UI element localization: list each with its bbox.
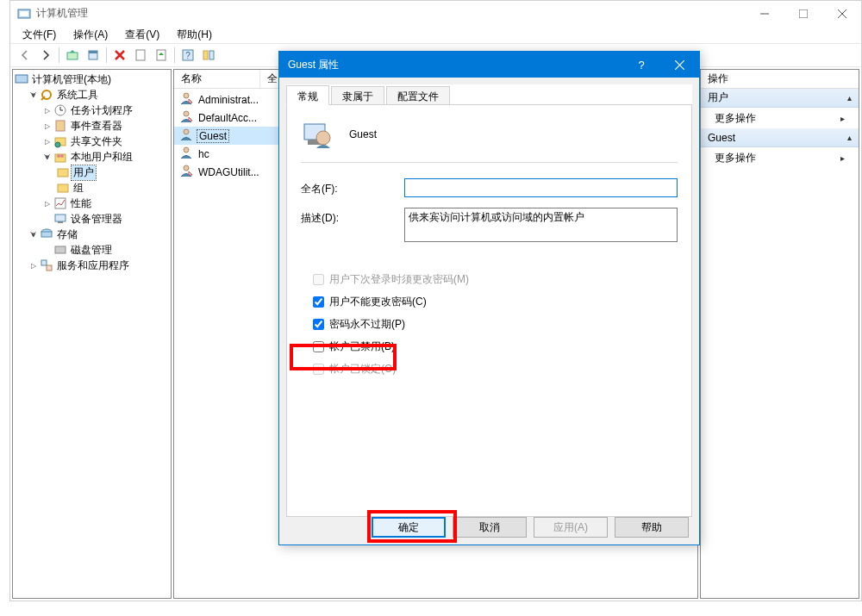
tree-local-users-groups[interactable]: ⮟ 本地用户和组 — [15, 149, 169, 165]
fullname-field[interactable] — [404, 178, 678, 197]
svg-rect-3 — [799, 9, 808, 18]
menu-help[interactable]: 帮助(H) — [170, 26, 219, 44]
svg-text:?: ? — [638, 59, 644, 70]
svg-rect-35 — [58, 221, 63, 223]
dialog-tabs: 常规 隶属于 配置文件 — [286, 84, 692, 105]
check-locked: 帐户已锁定(O) — [313, 361, 665, 376]
collapse-icon[interactable]: ⮟ — [28, 90, 38, 100]
back-button[interactable] — [16, 46, 34, 65]
properties-button[interactable] — [84, 46, 103, 65]
expand-icon[interactable]: ▷ — [28, 261, 38, 271]
svg-marker-42 — [189, 99, 192, 103]
svg-rect-19 — [16, 75, 28, 83]
tree-groups[interactable]: 组 — [15, 180, 169, 196]
expand-icon[interactable]: ▷ — [42, 121, 52, 131]
svg-rect-31 — [58, 169, 68, 177]
disk-icon — [53, 243, 67, 257]
help-button[interactable]: 帮助 — [615, 517, 689, 538]
collapse-icon[interactable]: ⮟ — [28, 230, 38, 240]
svg-rect-6 — [67, 53, 78, 59]
check-disabled[interactable]: 帐户已禁用(B) — [313, 339, 665, 354]
cancel-button[interactable]: 取消 — [453, 517, 527, 538]
tree-shared-folders[interactable]: ▷ 共享文件夹 — [15, 134, 169, 149]
tree-storage[interactable]: ⮟ 存储 — [15, 227, 169, 242]
svg-rect-1 — [20, 11, 28, 16]
actions-section-guest[interactable]: Guest ▴ — [701, 128, 859, 147]
tree-users[interactable]: 用户 — [15, 165, 169, 180]
folder-icon — [56, 165, 70, 179]
tree-disk-management[interactable]: ▷ 磁盘管理 — [15, 242, 169, 258]
tree-task-scheduler[interactable]: ▷ 任务计划程序 — [15, 103, 169, 118]
svg-point-45 — [184, 129, 189, 134]
svg-point-54 — [316, 131, 330, 145]
svg-rect-39 — [41, 260, 47, 265]
checkbox-disabled[interactable] — [313, 341, 324, 352]
check-cannot-change[interactable]: 用户不能更改密码(C) — [313, 294, 665, 309]
actions-more-2[interactable]: 更多操作 ▸ — [701, 147, 859, 168]
tree-event-viewer[interactable]: ▷ 事件查看器 — [15, 118, 169, 134]
chevron-right-icon: ▸ — [840, 114, 845, 123]
actions-more-1[interactable]: 更多操作 ▸ — [701, 108, 859, 128]
dialog-help-button[interactable]: ? — [622, 52, 660, 78]
svg-point-30 — [60, 154, 64, 158]
svg-text:?: ? — [185, 51, 191, 60]
titlebar: 计算机管理 — [10, 1, 861, 26]
svg-marker-7 — [70, 50, 75, 53]
help-button[interactable]: ? — [178, 46, 197, 65]
menu-file[interactable]: 文件(F) — [16, 26, 63, 44]
checkbox-never-expire[interactable] — [313, 319, 324, 330]
maximize-button[interactable] — [784, 1, 822, 26]
expand-icon[interactable]: ▷ — [42, 137, 52, 146]
app-icon — [17, 7, 31, 21]
export-button[interactable] — [152, 46, 171, 65]
tree-performance[interactable]: ▷ 性能 — [15, 196, 169, 211]
tab-member-of[interactable]: 隶属于 — [331, 86, 384, 104]
ok-button[interactable]: 确定 — [372, 517, 446, 538]
column-name[interactable]: 名称 — [174, 70, 260, 88]
forward-button[interactable] — [36, 46, 55, 65]
collapse-icon[interactable]: ⮟ — [42, 152, 52, 162]
actions-section-users[interactable]: 用户 ▴ — [701, 89, 859, 108]
properties-dialog: Guest 属性 ? 常规 隶属于 配置文件 Guest 全名(F): 描述(D… — [278, 51, 700, 545]
svg-rect-38 — [55, 246, 66, 253]
tree-root[interactable]: 计算机管理(本地) — [15, 72, 169, 87]
label-fullname: 全名(F): — [301, 178, 404, 196]
tab-general[interactable]: 常规 — [286, 85, 329, 105]
checkbox-locked — [313, 364, 324, 375]
check-must-change: 用户下次登录时须更改密码(M) — [313, 271, 665, 287]
checkbox-cannot-change[interactable] — [313, 296, 324, 308]
svg-rect-25 — [56, 121, 65, 131]
device-icon — [53, 212, 67, 226]
expand-icon[interactable]: ▷ — [42, 199, 52, 208]
user-icon — [179, 91, 193, 108]
refresh-button[interactable] — [131, 46, 150, 65]
menu-view[interactable]: 查看(V) — [118, 26, 166, 44]
tree-services-apps[interactable]: ▷ 服务和应用程序 — [15, 258, 169, 273]
tools-icon — [40, 88, 53, 102]
tree-panel: 计算机管理(本地) ⮟ 系统工具 ▷ 任务计划程序 ▷ 事件查看器 — [12, 69, 172, 599]
description-field[interactable] — [404, 208, 678, 242]
close-button[interactable] — [822, 1, 861, 26]
show-hide-button[interactable] — [199, 46, 218, 65]
tab-profile[interactable]: 配置文件 — [386, 86, 450, 104]
svg-rect-33 — [55, 198, 66, 208]
storage-icon — [40, 227, 53, 241]
delete-button[interactable] — [110, 46, 129, 65]
chevron-right-icon: ▸ — [840, 153, 845, 163]
window-title: 计算机管理 — [36, 6, 745, 21]
expand-icon[interactable]: ▷ — [42, 106, 52, 115]
user-icon — [179, 128, 193, 144]
minimize-button[interactable] — [745, 1, 784, 26]
dialog-close-button[interactable] — [660, 52, 699, 78]
svg-marker-44 — [189, 117, 192, 121]
checkbox-must-change — [313, 274, 324, 285]
tree-device-manager[interactable]: ▷ 设备管理器 — [15, 211, 169, 227]
users-group-icon — [53, 150, 67, 164]
svg-rect-18 — [209, 51, 214, 59]
tree-system-tools[interactable]: ⮟ 系统工具 — [15, 87, 169, 103]
dialog-title: Guest 属性 — [279, 58, 622, 72]
actions-header: 操作 — [701, 70, 859, 89]
check-never-expire[interactable]: 密码永不过期(P) — [313, 316, 665, 332]
menu-action[interactable]: 操作(A) — [66, 26, 115, 44]
up-button[interactable] — [63, 46, 82, 65]
